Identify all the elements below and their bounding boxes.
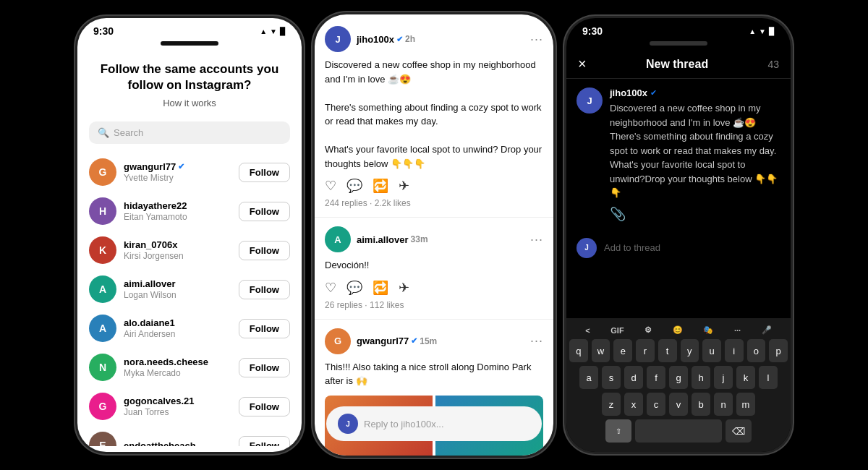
key-i[interactable]: i bbox=[725, 339, 744, 362]
repost-icon[interactable]: 🔁 bbox=[373, 178, 388, 194]
more-options[interactable]: ··· bbox=[530, 333, 543, 349]
thread-post: A aimi.allover 33m ··· Devoción!! ♡ 💬 🔁 … bbox=[315, 218, 553, 320]
user-info: hidayathere22 Eitan Yamamoto bbox=[124, 200, 231, 222]
share-icon[interactable]: ✈ bbox=[399, 178, 409, 194]
key-v[interactable]: v bbox=[669, 393, 688, 416]
attach-icon[interactable]: 📎 bbox=[610, 206, 780, 222]
follow-item: G gwangurl77✔ Yvette Mistry Follow bbox=[77, 153, 302, 192]
key-g[interactable]: g bbox=[669, 366, 688, 389]
key-q[interactable]: q bbox=[569, 339, 588, 362]
toolbar-item-6[interactable]: 🎤 bbox=[762, 325, 772, 335]
user-info: gogoncalves.21 Juan Torres bbox=[124, 396, 231, 417]
post-meta: aimi.allover 33m bbox=[357, 234, 524, 245]
shift-key[interactable]: ⇧ bbox=[605, 419, 631, 443]
space-key[interactable] bbox=[635, 419, 722, 443]
key-o[interactable]: o bbox=[747, 339, 766, 362]
key-z[interactable]: z bbox=[602, 393, 621, 416]
key-n[interactable]: n bbox=[714, 393, 733, 416]
real-name-label: Yvette Mistry bbox=[124, 173, 231, 183]
username-label: aimi.allover bbox=[124, 278, 231, 289]
compose-username: jiho100x bbox=[610, 87, 647, 98]
reply-bar[interactable]: J Reply to jiho100x... bbox=[326, 406, 542, 441]
follow-button[interactable]: Follow bbox=[239, 358, 290, 377]
user-info: endoatthebeach bbox=[124, 440, 231, 446]
toolbar-item-1[interactable]: GIF bbox=[610, 326, 624, 335]
key-f[interactable]: f bbox=[647, 366, 665, 389]
key-c[interactable]: c bbox=[647, 393, 665, 416]
post-stats: 26 replies · 112 likes bbox=[325, 300, 543, 310]
backspace-key[interactable]: ⌫ bbox=[726, 419, 752, 443]
verified-badge-p: ✔ bbox=[411, 336, 417, 346]
more-options[interactable]: ··· bbox=[530, 32, 543, 47]
post-header: A aimi.allover 33m ··· bbox=[325, 226, 543, 252]
status-bar-3: 9:30 ▲ ▼ ▉ bbox=[566, 18, 791, 40]
key-l[interactable]: l bbox=[759, 366, 778, 389]
post-header: J jiho100x✔ 2h ··· bbox=[325, 26, 543, 52]
toolbar-item-0[interactable]: < bbox=[585, 326, 590, 335]
close-button[interactable]: × bbox=[578, 56, 587, 72]
key-k[interactable]: k bbox=[736, 366, 755, 389]
key-e[interactable]: e bbox=[613, 339, 632, 362]
user-avatar: N bbox=[89, 354, 116, 381]
compose-body[interactable]: Discovered a new coffee shop in my neigh… bbox=[610, 101, 780, 200]
key-j[interactable]: j bbox=[714, 366, 733, 389]
key-s[interactable]: s bbox=[602, 366, 621, 389]
wifi-icon: ▼ bbox=[270, 27, 277, 35]
key-r[interactable]: r bbox=[636, 339, 655, 362]
toolbar-item-4[interactable]: 🎭 bbox=[703, 325, 713, 335]
status-icons-3: ▲ ▼ ▉ bbox=[749, 27, 775, 35]
share-icon[interactable]: ✈ bbox=[399, 280, 409, 296]
signal-icon-3: ▲ bbox=[749, 27, 756, 35]
follow-button[interactable]: Follow bbox=[239, 202, 290, 221]
thread-compose: J jiho100x ✔ Discovered a new coffee sho… bbox=[566, 79, 791, 231]
follow-button[interactable]: Follow bbox=[239, 397, 290, 416]
follow-button[interactable]: Follow bbox=[239, 319, 290, 338]
kbd-row-space: ⇧ ⌫ bbox=[569, 419, 788, 443]
how-it-works-link[interactable]: How it works bbox=[95, 98, 284, 108]
username-label: alo.daiane1 bbox=[124, 317, 231, 328]
follow-item: A alo.daiane1 Airi Andersen Follow bbox=[77, 309, 302, 348]
key-t[interactable]: t bbox=[658, 339, 677, 362]
key-x[interactable]: x bbox=[624, 393, 643, 416]
follow-button[interactable]: Follow bbox=[239, 280, 290, 299]
like-icon[interactable]: ♡ bbox=[325, 280, 336, 296]
notch-3 bbox=[650, 41, 707, 46]
toolbar-item-5[interactable]: ··· bbox=[734, 326, 741, 335]
phone-2: J jiho100x✔ 2h ··· Discovered a new coff… bbox=[315, 14, 553, 456]
search-bar[interactable]: 🔍 Search bbox=[89, 121, 290, 144]
key-u[interactable]: u bbox=[702, 339, 721, 362]
like-icon[interactable]: ♡ bbox=[325, 178, 336, 194]
user-avatar: G bbox=[89, 393, 116, 420]
key-m[interactable]: m bbox=[736, 393, 755, 416]
repost-icon[interactable]: 🔁 bbox=[373, 280, 388, 296]
verified-badge-3: ✔ bbox=[650, 88, 657, 98]
thread-post: J jiho100x✔ 2h ··· Discovered a new coff… bbox=[315, 17, 553, 218]
key-y[interactable]: y bbox=[681, 339, 699, 362]
key-h[interactable]: h bbox=[692, 366, 710, 389]
toolbar-item-2[interactable]: ⚙ bbox=[644, 325, 652, 335]
add-to-thread-row[interactable]: J Add to thread bbox=[566, 231, 791, 265]
user-avatar: H bbox=[89, 197, 116, 225]
key-a[interactable]: a bbox=[579, 366, 598, 389]
key-b[interactable]: b bbox=[692, 393, 710, 416]
real-name-label: Myka Mercado bbox=[124, 368, 231, 378]
user-info: kiran_0706x Kirsi Jorgensen bbox=[124, 239, 231, 261]
kbd-row-2: asdfghjkl bbox=[569, 366, 788, 389]
comment-icon[interactable]: 💬 bbox=[346, 280, 362, 296]
user-info: alo.daiane1 Airi Andersen bbox=[124, 317, 231, 339]
toolbar-item-3[interactable]: 😊 bbox=[673, 325, 683, 335]
comment-icon[interactable]: 💬 bbox=[346, 178, 362, 194]
key-d[interactable]: d bbox=[624, 366, 643, 389]
user-info: aimi.allover Logan Wilson bbox=[124, 278, 231, 300]
follow-button[interactable]: Follow bbox=[239, 163, 290, 182]
follow-item: H hidayathere22 Eitan Yamamoto Follow bbox=[77, 192, 302, 231]
post-stats: 244 replies · 2.2k likes bbox=[325, 198, 543, 208]
more-options[interactable]: ··· bbox=[530, 232, 543, 247]
key-w[interactable]: w bbox=[592, 339, 610, 362]
new-thread-header: × New thread 43 bbox=[566, 48, 791, 79]
follow-button[interactable]: Follow bbox=[239, 241, 290, 260]
key-p[interactable]: p bbox=[769, 339, 788, 362]
time-3: 9:30 bbox=[582, 25, 603, 37]
follow-button[interactable]: Follow bbox=[239, 436, 290, 446]
time-1: 9:30 bbox=[93, 25, 114, 37]
